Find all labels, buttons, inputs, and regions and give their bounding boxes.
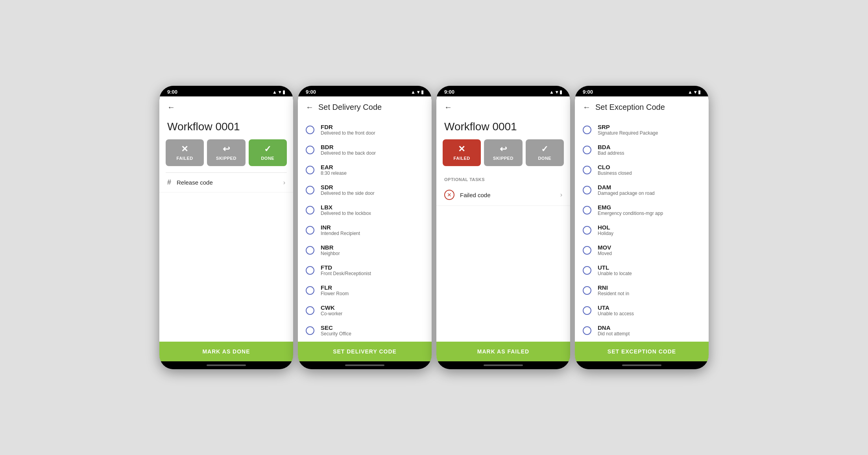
list-item[interactable]: SDR Delivered to the side door	[298, 180, 432, 200]
done-icon-1: ✓	[264, 145, 271, 154]
radio-flr[interactable]	[306, 286, 314, 295]
radio-uta[interactable]	[583, 306, 591, 315]
phone-2: 9:00 ▲ ▾ ▮ ← Set Delivery Code FDR Deliv…	[298, 86, 432, 369]
back-button-2[interactable]: ←	[306, 103, 314, 112]
rni-desc: Resident not in	[598, 291, 629, 296]
done-button-3[interactable]: ✓ DONE	[526, 139, 564, 166]
clo-content: CLO Business closed	[598, 164, 632, 176]
list-item[interactable]: NBR Neighbor	[298, 240, 432, 260]
list-item[interactable]: MOV Moved	[575, 240, 709, 260]
signal-icon-3: ▲	[549, 89, 554, 95]
back-button-4[interactable]: ←	[583, 103, 591, 112]
radio-mov[interactable]	[583, 246, 591, 255]
home-bar-3	[484, 364, 523, 366]
radio-cwk[interactable]	[306, 306, 314, 315]
list-item[interactable]: EAR 8:30 release	[298, 160, 432, 180]
bottom-bar-label-4: SET EXCEPTION CODE	[608, 348, 676, 355]
cwk-desc: Co-worker	[321, 311, 342, 316]
failed-button-1[interactable]: ✕ FAILED	[166, 139, 204, 166]
radio-bdr[interactable]	[306, 146, 314, 154]
uta-desc: Unable to access	[598, 311, 634, 316]
radio-inr[interactable]	[306, 226, 314, 235]
cwk-content: CWK Co-worker	[321, 304, 342, 316]
radio-dna[interactable]	[583, 326, 591, 335]
wifi-icon-3: ▾	[556, 89, 558, 95]
header-1: ←	[159, 96, 293, 117]
status-icons-1: ▲ ▾ ▮	[272, 89, 285, 95]
radio-emg[interactable]	[583, 206, 591, 215]
list-item[interactable]: FLR Flower Room	[298, 280, 432, 300]
radio-sdr[interactable]	[306, 186, 314, 194]
list-item[interactable]: FDR Delivered to the front door	[298, 120, 432, 140]
list-item[interactable]: EMG Emergency conditions-mgr app	[575, 200, 709, 220]
failed-icon-3: ✕	[458, 145, 465, 154]
home-indicator-1	[159, 361, 293, 369]
failed-button-3[interactable]: ✕ FAILED	[443, 139, 481, 166]
list-item[interactable]: SRP Signature Required Package	[575, 120, 709, 140]
action-buttons-3: ✕ FAILED ↩ SKIPPED ✓ DONE	[443, 139, 564, 166]
list-item[interactable]: LBX Delivered to the lockbox	[298, 200, 432, 220]
emg-desc: Emergency conditions-mgr app	[598, 211, 663, 216]
radio-srp[interactable]	[583, 126, 591, 134]
back-button-1[interactable]: ←	[167, 103, 175, 112]
wifi-icon-2: ▾	[417, 89, 419, 95]
flr-content: FLR Flower Room	[321, 284, 349, 296]
bdr-code: BDR	[321, 144, 376, 150]
status-bar-1: 9:00 ▲ ▾ ▮	[159, 86, 293, 96]
radio-ear[interactable]	[306, 166, 314, 174]
skipped-label-3: SKIPPED	[493, 156, 513, 161]
list-item[interactable]: DNA Did not attempt	[575, 320, 709, 340]
bottom-bar-4[interactable]: SET EXCEPTION CODE	[575, 342, 709, 361]
done-button-1[interactable]: ✓ DONE	[249, 139, 287, 166]
action-buttons-1: ✕ FAILED ↩ SKIPPED ✓ DONE	[166, 139, 287, 166]
list-item[interactable]: DAM Damaged package on road	[575, 180, 709, 200]
list-item[interactable]: BDR Delivered to the back door	[298, 140, 432, 160]
lbx-content: LBX Delivered to the lockbox	[321, 204, 371, 216]
back-button-3[interactable]: ←	[444, 103, 452, 112]
wifi-icon-4: ▾	[694, 89, 696, 95]
srp-code: SRP	[598, 124, 658, 130]
skipped-label-1: SKIPPED	[216, 156, 236, 161]
skipped-button-1[interactable]: ↩ SKIPPED	[207, 139, 245, 166]
radio-ftd[interactable]	[306, 266, 314, 275]
battery-icon-2: ▮	[421, 89, 424, 95]
radio-hol[interactable]	[583, 226, 591, 235]
radio-clo[interactable]	[583, 166, 591, 174]
inr-desc: Intended Recipient	[321, 231, 360, 236]
screen-1: ← Workflow 0001 ✕ FAILED ↩ SKIPPED ✓ DON…	[159, 96, 293, 361]
radio-bda[interactable]	[583, 146, 591, 154]
list-item[interactable]: UTL Unable to locate	[575, 260, 709, 280]
list-item[interactable]: BDA Bad address	[575, 140, 709, 160]
bottom-bar-3[interactable]: MARK AS FAILED	[436, 342, 570, 361]
delivery-code-list: FDR Delivered to the front door BDR Deli…	[298, 117, 432, 342]
status-bar-3: 9:00 ▲ ▾ ▮	[436, 86, 570, 96]
list-item[interactable]: CWK Co-worker	[298, 300, 432, 320]
radio-nbr[interactable]	[306, 246, 314, 255]
list-item[interactable]: UTA Unable to access	[575, 300, 709, 320]
time-1: 9:00	[167, 89, 177, 95]
failed-label-3: FAILED	[454, 156, 470, 161]
list-item[interactable]: HOL Holiday	[575, 220, 709, 240]
bottom-bar-2[interactable]: SET DELIVERY CODE	[298, 342, 432, 361]
dam-desc: Damaged package on road	[598, 191, 655, 196]
radio-lbx[interactable]	[306, 206, 314, 215]
status-icons-4: ▲ ▾ ▮	[688, 89, 701, 95]
utl-code: UTL	[598, 264, 632, 271]
release-code-item[interactable]: # Release code ›	[159, 173, 293, 192]
list-item[interactable]: FTD Front Desk/Receptionist	[298, 260, 432, 280]
status-bar-4: 9:00 ▲ ▾ ▮	[575, 86, 709, 96]
radio-utl[interactable]	[583, 266, 591, 275]
list-item[interactable]: INR Intended Recipient	[298, 220, 432, 240]
dam-code: DAM	[598, 184, 655, 191]
radio-dam[interactable]	[583, 186, 591, 194]
radio-sec[interactable]	[306, 326, 314, 335]
list-item[interactable]: CLO Business closed	[575, 160, 709, 180]
bottom-bar-1[interactable]: MARK AS DONE	[159, 342, 293, 361]
list-item[interactable]: SEC Security Office	[298, 320, 432, 340]
list-item[interactable]: RNI Resident not in	[575, 280, 709, 300]
radio-fdr[interactable]	[306, 126, 314, 134]
failed-label-1: FAILED	[177, 156, 193, 161]
radio-rni[interactable]	[583, 286, 591, 295]
skipped-button-3[interactable]: ↩ SKIPPED	[484, 139, 522, 166]
failed-task-row[interactable]: ✕ Failed code ›	[436, 184, 570, 206]
